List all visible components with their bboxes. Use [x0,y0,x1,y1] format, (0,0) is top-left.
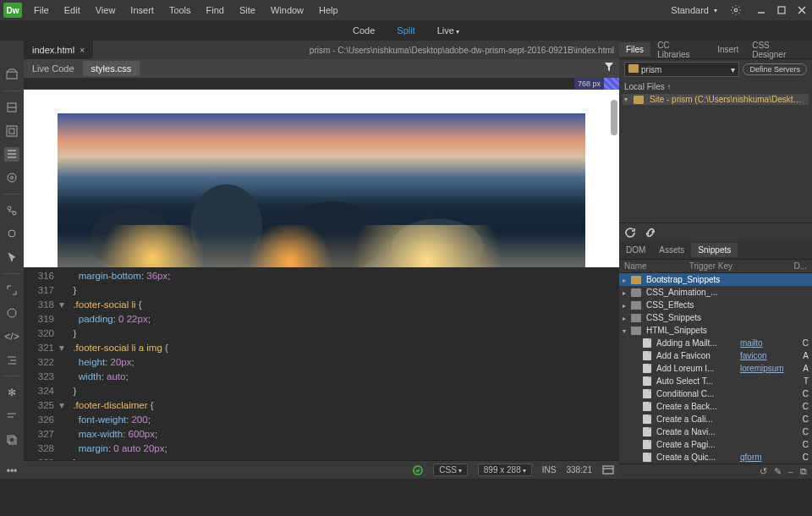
panel-tab-cc[interactable]: CC Libraries [650,38,710,62]
snippet-item[interactable]: Add a FaviconfaviconA [619,349,812,362]
panel-tab-dom[interactable]: DOM [619,243,652,257]
status-cursor-pos: 338:21 [566,465,592,475]
snippet-folder[interactable]: CSS_Effects [619,299,812,311]
col-trigger[interactable]: Trigger Key [689,261,732,271]
foot-minus-icon[interactable]: − [788,467,793,477]
menu-tools[interactable]: Tools [162,3,198,18]
snippet-item[interactable]: Adding a Mailt...mailtoC [619,337,812,349]
tool-sync-icon[interactable] [4,227,19,242]
tool-code-icon[interactable]: </> [4,329,19,344]
tool-format-icon[interactable] [4,409,19,424]
view-split[interactable]: Split [388,23,423,38]
view-code[interactable]: Code [344,23,383,38]
snippets-tree[interactable]: Bootstrap_SnippetsCSS_Animation_...CSS_E… [619,273,812,464]
filter-icon[interactable] [604,62,614,72]
tool-more-icon[interactable]: ••• [4,464,19,479]
foot-open-icon[interactable]: ⧉ [800,466,807,477]
ruler[interactable]: 768 px [24,78,619,90]
foot-new-icon[interactable]: ✎ [774,466,782,477]
refresh-icon[interactable] [624,227,636,239]
menubar: File Edit View Insert Tools Find Site Wi… [27,3,345,18]
link-icon[interactable] [645,227,656,239]
app-logo: Dw [3,3,22,18]
live-preview[interactable] [24,90,619,267]
minimize-icon[interactable] [754,3,768,17]
status-ok-icon[interactable] [413,465,423,475]
menu-help[interactable]: Help [312,3,345,18]
menu-site[interactable]: Site [233,3,262,18]
tool-expand-icon[interactable] [4,283,19,298]
panel-tab-assets[interactable]: Assets [652,243,691,257]
local-files-header[interactable]: Local Files ↑ [619,80,812,94]
svg-rect-24 [9,437,16,444]
svg-rect-8 [7,126,17,136]
tool-manage-icon[interactable] [4,68,19,83]
menu-window[interactable]: Window [264,3,310,18]
tool-star-icon[interactable]: ✻ [4,385,19,400]
tool-wrap-icon[interactable] [4,100,19,115]
site-dropdown[interactable]: prism▾ [624,62,739,77]
subtab-styles[interactable]: styles.css [83,61,140,76]
menu-edit[interactable]: Edit [58,3,87,18]
svg-point-13 [8,173,16,182]
preview-scrollbar[interactable] [611,100,617,135]
panel-tab-insert[interactable]: Insert [710,42,745,57]
svg-rect-2 [778,7,785,14]
status-language[interactable]: CSS [433,464,468,476]
tool-text-icon[interactable] [4,306,19,321]
menu-file[interactable]: File [27,3,56,18]
file-tree[interactable]: Site - prism (C:\Users\nishkuma\Desktop\… [619,94,812,105]
sync-settings-icon[interactable] [729,3,743,17]
site-root-row[interactable]: Site - prism (C:\Users\nishkuma\Desktop\… [623,94,809,105]
snippet-item[interactable]: Create a Cali...C [619,413,812,425]
subtab-livecode[interactable]: Live Code [24,61,83,76]
tool-git-icon[interactable] [4,203,19,218]
view-live[interactable]: Live [429,23,468,38]
ruler-breakpoint-icon[interactable] [604,78,619,90]
foot-sync-icon[interactable]: ↺ [760,466,767,477]
document-path: prism - C:\Users\nishkuma\Desktop\adobe-… [310,46,619,55]
snippet-item[interactable]: Auto Select T...T [619,375,812,387]
snippet-folder[interactable]: CSS_Animation_... [619,286,812,299]
status-insert-mode[interactable]: INS [542,465,557,475]
snippet-item[interactable]: Create a Back...C [619,400,812,413]
tool-list-icon[interactable] [4,147,19,162]
snippet-item[interactable]: Conditional C...C [619,387,812,400]
panel-tab-snippets[interactable]: Snippets [691,243,738,257]
snippet-item[interactable]: Add Loreum I...loremipsumA [619,362,812,375]
tool-dom-icon[interactable] [4,124,19,139]
folder-icon [634,96,644,104]
main-area: </> ✻ ••• index.html × prism - C:\Users\… [0,41,812,479]
panel-tab-files[interactable]: Files [619,42,650,57]
left-toolbar: </> ✻ ••• [0,41,24,479]
svg-rect-9 [9,129,14,134]
tool-settings-icon[interactable] [4,170,19,185]
define-servers-button[interactable]: Define Servers [743,63,807,75]
svg-point-16 [13,211,16,215]
tool-indent-icon[interactable] [4,353,19,368]
file-tab-label: index.html [32,45,74,55]
tool-select-icon[interactable] [4,250,19,265]
tool-layers-icon[interactable] [4,432,19,447]
code-editor[interactable]: 316 margin-bottom: 36px;317 }318▾ .foote… [24,267,619,460]
status-dimensions[interactable]: 899 x 288 [478,464,532,476]
menu-find[interactable]: Find [200,3,231,18]
status-preview-icon[interactable] [602,465,614,475]
maximize-icon[interactable] [775,3,788,17]
file-tab[interactable]: index.html × [24,41,94,59]
snippet-folder[interactable]: Bootstrap_Snippets [619,273,812,286]
col-d[interactable]: D... [793,261,807,271]
workspace-switcher[interactable]: Standard [664,3,724,18]
snippet-item[interactable]: Create a Pagi...C [619,438,812,451]
close-icon[interactable] [795,3,809,17]
menu-view[interactable]: View [89,3,123,18]
snippet-folder[interactable]: HTML_Snippets [619,324,812,337]
snippet-folder[interactable]: CSS_Snippets [619,311,812,324]
col-name[interactable]: Name [624,261,647,271]
menu-insert[interactable]: Insert [123,3,161,18]
status-bar: CSS 899 x 288 INS 338:21 [24,460,619,479]
panel-tab-cssd[interactable]: CSS Designer [745,38,812,62]
snippet-item[interactable]: Create a Quic...qformC [619,451,812,464]
tab-close-icon[interactable]: × [80,46,85,55]
snippet-item[interactable]: Create a Navi...C [619,425,812,438]
